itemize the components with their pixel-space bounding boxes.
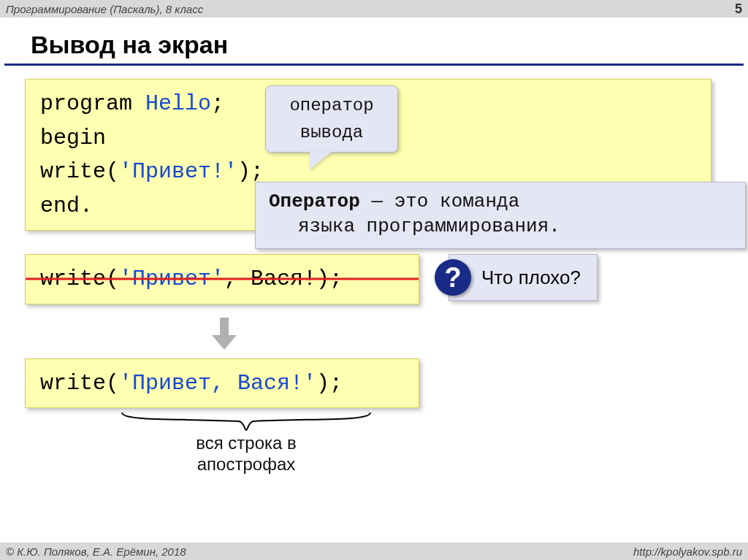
callout-line: оператор bbox=[273, 92, 390, 119]
brace-caption: вся строка в апострофах bbox=[118, 433, 374, 475]
code-identifier: Hello bbox=[145, 91, 211, 116]
definition-text: — это команда bbox=[360, 191, 519, 212]
slide-title: Вывод на экран bbox=[4, 18, 744, 66]
code-string: 'Привет, Вася!' bbox=[119, 371, 316, 396]
strike-line-icon bbox=[26, 278, 419, 280]
definition-text: языка программирования. bbox=[269, 215, 560, 237]
callout-tail-icon bbox=[310, 152, 332, 169]
curly-brace-icon bbox=[118, 411, 374, 431]
definition-term: Оператор bbox=[269, 191, 360, 212]
code-main: program Hello; begin write('Привет!'); e… bbox=[25, 79, 711, 231]
question-text: Что плохо? bbox=[481, 266, 581, 289]
code-keyword: program bbox=[40, 91, 132, 116]
code-correct: write('Привет, Вася!'); bbox=[25, 358, 419, 409]
code-wrong: write('Привет', Вася!); bbox=[25, 254, 419, 304]
copyright: © К.Ю. Поляков, Е.А. Ерёмин, 2018 bbox=[6, 545, 186, 558]
code-call: write( bbox=[40, 159, 119, 184]
definition-box: Оператор — это команда языка программиро… bbox=[255, 182, 746, 249]
footer-url: http://kpolyakov.spb.ru bbox=[633, 545, 742, 558]
question-mark-icon: ? bbox=[435, 259, 471, 296]
course-name: Программирование (Паскаль), 8 класс bbox=[6, 3, 203, 15]
page-number: 5 bbox=[735, 1, 742, 17]
arrow-down-icon bbox=[212, 318, 237, 350]
code-string: 'Привет!' bbox=[119, 159, 237, 184]
slide-header: Программирование (Паскаль), 8 класс 5 bbox=[0, 0, 748, 18]
brace-annotation: вся строка в апострофах bbox=[118, 411, 374, 475]
question-box: ? Что плохо? bbox=[449, 254, 598, 301]
svg-rect-0 bbox=[220, 318, 229, 335]
svg-marker-1 bbox=[212, 335, 237, 350]
row-wrong-and-question: write('Привет', Вася!); ? Что плохо? bbox=[25, 254, 723, 304]
slide-footer: © К.Ю. Поляков, Е.А. Ерёмин, 2018 http:/… bbox=[0, 542, 748, 560]
callout-line: вывода bbox=[273, 119, 390, 146]
callout-operator-output: оператор вывода bbox=[265, 85, 398, 153]
slide-content: program Hello; begin write('Привет!'); e… bbox=[0, 79, 748, 475]
